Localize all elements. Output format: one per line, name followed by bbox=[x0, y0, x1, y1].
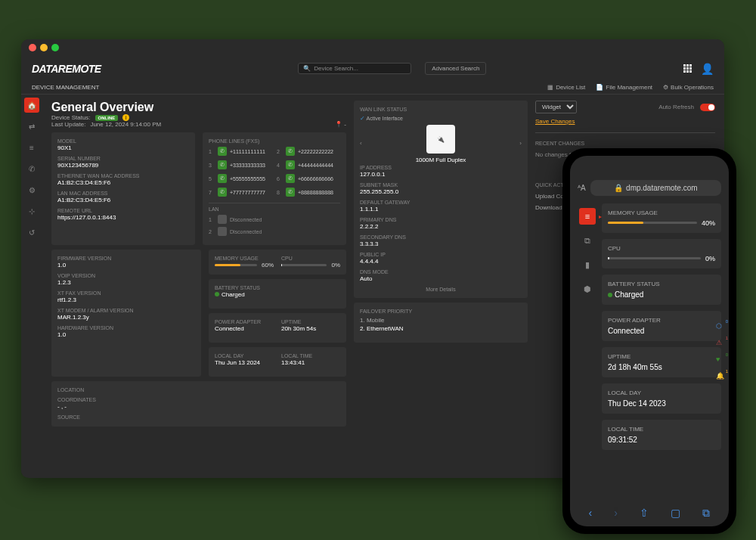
phone-url-bar[interactable]: 🔒 dmp.dataremote.com bbox=[590, 180, 721, 196]
sidebar: 🏠 ⇄ ≡ ✆ ⚙ ⊹ ↺ bbox=[21, 95, 42, 477]
phone-line-row[interactable]: 8✆+88888888888 bbox=[277, 188, 340, 197]
phone-sidebar-doc[interactable]: ▮ bbox=[579, 256, 596, 273]
phone-back-icon[interactable]: ‹ bbox=[589, 507, 593, 519]
sidebar-network[interactable]: ⇄ bbox=[24, 119, 39, 134]
phone-mockup: ᴬA 🔒 dmp.dataremote.com ≡ ⧉ ▮ ⬢ MEMORY U… bbox=[562, 148, 736, 534]
ethernet-port-icon: 🔌 bbox=[426, 125, 455, 154]
maximize-window-dot[interactable] bbox=[51, 44, 59, 51]
wan-next-icon[interactable]: › bbox=[519, 140, 522, 147]
auto-refresh-label: Auto Refresh bbox=[658, 104, 694, 110]
badge-bell-icon[interactable]: 🔔1 bbox=[716, 372, 724, 380]
phone-bookmarks-icon[interactable]: ▢ bbox=[671, 507, 680, 519]
minimize-window-dot[interactable] bbox=[40, 44, 48, 51]
phone-line-row[interactable]: 5✆+55555555555 bbox=[209, 174, 272, 183]
location-panel: LOCATION COORDINATES - , - SOURCE bbox=[51, 381, 346, 427]
text-size-icon[interactable]: ᴬA bbox=[578, 184, 586, 192]
sidebar-settings[interactable]: ⚙ bbox=[24, 182, 39, 197]
power-uptime-panel: POWER ADAPTERConnected UPTIME20h 30m 54s bbox=[209, 313, 346, 343]
phone-localday-card: LOCAL DAY Thu Dec 14 2023 bbox=[602, 383, 721, 414]
app-header: DATAREMOTE 🔍 Device Search... Advanced S… bbox=[21, 56, 724, 81]
phone-lines-panel: PHONE LINES (FXS) 1✆+111111111112✆+22222… bbox=[203, 132, 346, 245]
nav-file-management[interactable]: 📄 File Management bbox=[596, 84, 652, 91]
battery-panel: BATTERY STATUS Charged bbox=[209, 279, 346, 309]
last-update-label: Last Update: bbox=[51, 121, 85, 128]
phone-active-icon: ✆ bbox=[218, 160, 227, 169]
page-title: General Overview bbox=[51, 101, 346, 114]
phone-sidebar-copy[interactable]: ⧉ bbox=[579, 232, 596, 249]
section-title: DEVICE MANAGEMENT bbox=[32, 84, 99, 91]
phone-power-card: POWER ADAPTER Connected bbox=[602, 311, 721, 341]
phone-sidebar-overview[interactable]: ≡ bbox=[579, 208, 596, 225]
phone-localtime-card: LOCAL TIME 09:31:52 bbox=[602, 420, 721, 450]
badge-heart-icon[interactable]: ♥0 bbox=[716, 355, 724, 363]
logo: DATAREMOTE bbox=[32, 63, 101, 75]
wan-prev-icon[interactable]: ‹ bbox=[360, 140, 362, 147]
badge-blue-icon[interactable]: ⬡0 bbox=[716, 322, 724, 330]
phone-memory-card: MEMORY USAGE 40% bbox=[602, 203, 721, 233]
sidebar-branch[interactable]: ⊹ bbox=[24, 203, 39, 219]
phone-active-icon: ✆ bbox=[286, 174, 295, 183]
window-titlebar bbox=[21, 39, 724, 56]
info-icon[interactable]: i bbox=[122, 114, 129, 121]
search-input[interactable]: 🔍 Device Search... bbox=[298, 63, 411, 74]
sidebar-home[interactable]: 🏠 bbox=[24, 98, 39, 113]
search-icon: 🔍 bbox=[303, 65, 311, 72]
sidebar-list[interactable]: ≡ bbox=[24, 140, 39, 155]
subheader: DEVICE MANAGEMENT ▦ Device List 📄 File M… bbox=[21, 81, 724, 95]
phone-active-icon: ✆ bbox=[286, 188, 295, 197]
phone-browser-toolbar: ‹ › ⇧ ▢ ⧉ bbox=[570, 499, 729, 526]
wan-panel: WAN LINK STATUS ✓ Active Interface ‹ 🔌 1… bbox=[354, 101, 528, 298]
phone-line-row[interactable]: 4✆+44444444444 bbox=[277, 160, 340, 169]
sidebar-history[interactable]: ↺ bbox=[24, 225, 39, 240]
more-details-link[interactable]: More Details bbox=[360, 287, 522, 292]
status-badge: ONLINE bbox=[95, 115, 119, 121]
nav-bulk-operations[interactable]: ⚙ Bulk Operations bbox=[663, 84, 714, 91]
widget-select[interactable]: Widget bbox=[535, 101, 577, 113]
phone-active-icon: ✆ bbox=[286, 160, 295, 169]
phone-line-row[interactable]: 1✆+11111111111 bbox=[209, 147, 272, 156]
phone-statusbar bbox=[570, 156, 729, 180]
phone-active-icon: ✆ bbox=[286, 147, 295, 156]
location-pin-icon[interactable]: 📍 - bbox=[335, 121, 346, 128]
mem-cpu-panel: MEMORY USAGE 60% CPU 0% bbox=[209, 250, 346, 275]
phone-active-icon: ✆ bbox=[218, 188, 227, 197]
auto-refresh-toggle[interactable] bbox=[700, 104, 715, 111]
phone-tabs-icon[interactable]: ⧉ bbox=[702, 507, 710, 520]
failover-panel: FAILOVER PRIORITY 1. Mobile 2. EthernetW… bbox=[354, 303, 528, 343]
close-window-dot[interactable] bbox=[29, 44, 36, 51]
page-header: General Overview Device Status: ONLINE i… bbox=[51, 101, 346, 128]
device-info-panel: MODEL 90X1 SERIAL NUMBER 90X123456789 ET… bbox=[51, 132, 195, 245]
phone-active-icon: ✆ bbox=[218, 174, 227, 183]
phone-uptime-card: UPTIME 2d 18h 40m 55s bbox=[602, 347, 721, 377]
phone-battery-card: BATTERY STATUS Charged bbox=[602, 275, 721, 305]
phone-status-badges: ⬡0 ⚠1 ♥0 🔔1 bbox=[716, 322, 724, 380]
versions-panel: FIRMWARE VERSION1.0 VoIP VERSION1.2.3 XT… bbox=[51, 250, 201, 377]
apps-grid-icon[interactable] bbox=[683, 64, 692, 73]
phone-line-row[interactable]: 6✆+66666666666 bbox=[277, 174, 340, 183]
device-status-label: Device Status: bbox=[51, 114, 91, 121]
lock-icon: 🔒 bbox=[614, 184, 623, 192]
last-update-value: June 12, 2024 9:14:00 PM bbox=[90, 121, 161, 128]
phone-line-row[interactable]: 3✆+33333333333 bbox=[209, 160, 272, 169]
phone-forward-icon[interactable]: › bbox=[614, 507, 618, 519]
sidebar-phone[interactable]: ✆ bbox=[24, 161, 39, 176]
nav-device-list[interactable]: ▦ Device List bbox=[547, 84, 585, 91]
user-avatar-icon[interactable]: 👤 bbox=[701, 63, 714, 75]
phone-cpu-card: CPU 0% bbox=[602, 239, 721, 268]
phone-line-row[interactable]: 7✆+77777777777 bbox=[209, 188, 272, 197]
save-changes-link[interactable]: Save Changes bbox=[535, 118, 715, 125]
phone-share-icon[interactable]: ⇧ bbox=[640, 507, 649, 519]
phone-sidebar-cube[interactable]: ⬢ bbox=[579, 281, 596, 297]
phone-line-row[interactable]: 2✆+22222222222 bbox=[277, 147, 340, 156]
phone-active-icon: ✆ bbox=[218, 147, 227, 156]
localtime-panel: LOCAL DAYThu Jun 13 2024 LOCAL TIME13:43… bbox=[209, 347, 346, 377]
badge-warning-icon[interactable]: ⚠1 bbox=[716, 339, 724, 346]
advanced-search-button[interactable]: Advanced Search bbox=[425, 62, 486, 75]
